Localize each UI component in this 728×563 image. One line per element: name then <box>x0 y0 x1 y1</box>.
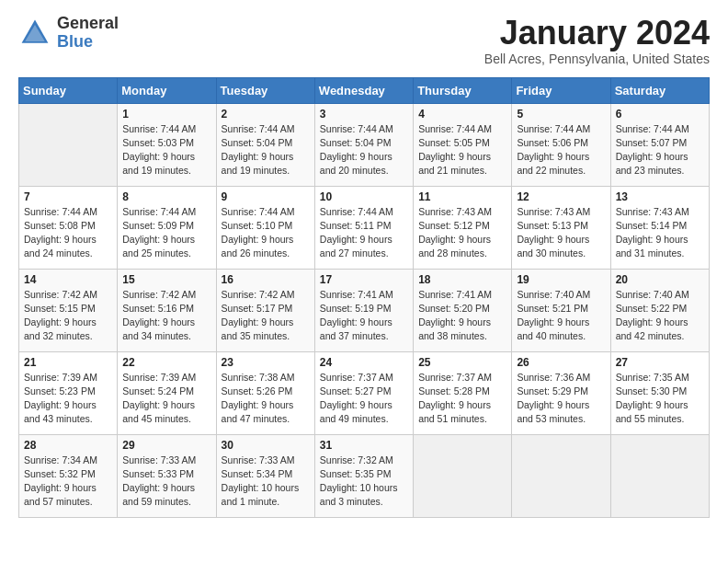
calendar-week-row: 14Sunrise: 7:42 AMSunset: 5:15 PMDayligh… <box>19 269 710 351</box>
logo-text: General Blue <box>57 15 119 52</box>
day-number: 10 <box>320 190 408 203</box>
day-detail: Sunrise: 7:34 AMSunset: 5:32 PMDaylight:… <box>24 454 112 510</box>
day-detail: Sunrise: 7:37 AMSunset: 5:28 PMDaylight:… <box>418 371 506 427</box>
day-detail: Sunrise: 7:32 AMSunset: 5:35 PMDaylight:… <box>320 454 408 510</box>
day-detail: Sunrise: 7:44 AMSunset: 5:10 PMDaylight:… <box>222 205 310 261</box>
day-detail: Sunrise: 7:42 AMSunset: 5:15 PMDaylight:… <box>24 288 112 344</box>
calendar-cell: 20Sunrise: 7:40 AMSunset: 5:22 PMDayligh… <box>610 269 709 351</box>
day-number: 24 <box>320 356 408 369</box>
day-detail: Sunrise: 7:39 AMSunset: 5:24 PMDaylight:… <box>122 371 210 427</box>
calendar-cell: 7Sunrise: 7:44 AMSunset: 5:08 PMDaylight… <box>19 186 118 269</box>
calendar-cell: 10Sunrise: 7:44 AMSunset: 5:11 PMDayligh… <box>314 186 413 269</box>
day-detail: Sunrise: 7:44 AMSunset: 5:11 PMDaylight:… <box>320 205 408 261</box>
calendar-cell: 3Sunrise: 7:44 AMSunset: 5:04 PMDaylight… <box>314 103 413 186</box>
day-detail: Sunrise: 7:35 AMSunset: 5:30 PMDaylight:… <box>616 371 704 427</box>
title-block: January 2024 Bell Acres, Pennsylvania, U… <box>484 15 710 66</box>
calendar-table: SundayMondayTuesdayWednesdayThursdayFrid… <box>18 77 710 518</box>
calendar-cell: 26Sunrise: 7:36 AMSunset: 5:29 PMDayligh… <box>512 351 610 434</box>
day-number: 15 <box>122 273 210 286</box>
page-header: General Blue January 2024 Bell Acres, Pe… <box>18 15 710 66</box>
calendar-cell: 2Sunrise: 7:44 AMSunset: 5:04 PMDaylight… <box>216 103 314 186</box>
calendar-week-row: 21Sunrise: 7:39 AMSunset: 5:23 PMDayligh… <box>19 351 710 434</box>
day-number: 20 <box>616 273 704 286</box>
day-detail: Sunrise: 7:43 AMSunset: 5:12 PMDaylight:… <box>418 205 506 261</box>
day-detail: Sunrise: 7:37 AMSunset: 5:27 PMDaylight:… <box>320 371 408 427</box>
calendar-cell: 30Sunrise: 7:33 AMSunset: 5:34 PMDayligh… <box>216 434 314 517</box>
calendar-cell: 29Sunrise: 7:33 AMSunset: 5:33 PMDayligh… <box>118 434 216 517</box>
logo-blue-label: Blue <box>57 33 119 52</box>
calendar-cell <box>414 434 512 517</box>
day-number: 13 <box>616 190 704 203</box>
day-detail: Sunrise: 7:33 AMSunset: 5:33 PMDaylight:… <box>122 454 210 510</box>
location-subtitle: Bell Acres, Pennsylvania, United States <box>484 52 710 66</box>
day-detail: Sunrise: 7:36 AMSunset: 5:29 PMDaylight:… <box>517 371 605 427</box>
logo-general-label: General <box>57 15 119 33</box>
calendar-cell: 15Sunrise: 7:42 AMSunset: 5:16 PMDayligh… <box>118 269 216 351</box>
day-number: 21 <box>24 356 112 369</box>
calendar-cell: 19Sunrise: 7:40 AMSunset: 5:21 PMDayligh… <box>512 269 610 351</box>
day-detail: Sunrise: 7:44 AMSunset: 5:04 PMDaylight:… <box>222 122 310 178</box>
logo: General Blue <box>18 15 119 52</box>
calendar-cell: 25Sunrise: 7:37 AMSunset: 5:28 PMDayligh… <box>414 351 512 434</box>
day-detail: Sunrise: 7:33 AMSunset: 5:34 PMDaylight:… <box>222 454 310 510</box>
day-detail: Sunrise: 7:40 AMSunset: 5:22 PMDaylight:… <box>616 288 704 344</box>
day-number: 27 <box>616 356 704 369</box>
calendar-cell: 12Sunrise: 7:43 AMSunset: 5:13 PMDayligh… <box>512 186 610 269</box>
calendar-week-row: 28Sunrise: 7:34 AMSunset: 5:32 PMDayligh… <box>19 434 710 517</box>
day-number: 2 <box>222 108 310 121</box>
day-number: 12 <box>517 190 605 203</box>
calendar-cell: 31Sunrise: 7:32 AMSunset: 5:35 PMDayligh… <box>314 434 413 517</box>
day-detail: Sunrise: 7:40 AMSunset: 5:21 PMDaylight:… <box>517 288 605 344</box>
day-detail: Sunrise: 7:44 AMSunset: 5:04 PMDaylight:… <box>320 122 408 178</box>
day-detail: Sunrise: 7:38 AMSunset: 5:26 PMDaylight:… <box>222 371 310 427</box>
day-number: 3 <box>320 108 408 121</box>
day-number: 23 <box>222 356 310 369</box>
calendar-week-row: 1Sunrise: 7:44 AMSunset: 5:03 PMDaylight… <box>19 103 710 186</box>
calendar-cell: 17Sunrise: 7:41 AMSunset: 5:19 PMDayligh… <box>314 269 413 351</box>
weekday-header-thursday: Thursday <box>414 77 512 103</box>
weekday-header-monday: Monday <box>118 77 216 103</box>
day-detail: Sunrise: 7:44 AMSunset: 5:05 PMDaylight:… <box>418 122 506 178</box>
day-number: 31 <box>320 439 408 452</box>
calendar-cell: 13Sunrise: 7:43 AMSunset: 5:14 PMDayligh… <box>610 186 709 269</box>
calendar-cell: 8Sunrise: 7:44 AMSunset: 5:09 PMDaylight… <box>118 186 216 269</box>
day-detail: Sunrise: 7:44 AMSunset: 5:03 PMDaylight:… <box>122 122 210 178</box>
weekday-header-friday: Friday <box>512 77 610 103</box>
day-detail: Sunrise: 7:43 AMSunset: 5:13 PMDaylight:… <box>517 205 605 261</box>
day-number: 25 <box>418 356 506 369</box>
weekday-header-row: SundayMondayTuesdayWednesdayThursdayFrid… <box>19 77 710 103</box>
calendar-cell <box>610 434 709 517</box>
day-number: 26 <box>517 356 605 369</box>
day-number: 19 <box>517 273 605 286</box>
day-number: 29 <box>122 439 210 452</box>
calendar-cell <box>19 103 118 186</box>
day-number: 14 <box>24 273 112 286</box>
day-number: 11 <box>418 190 506 203</box>
day-detail: Sunrise: 7:39 AMSunset: 5:23 PMDaylight:… <box>24 371 112 427</box>
day-number: 22 <box>122 356 210 369</box>
calendar-cell: 5Sunrise: 7:44 AMSunset: 5:06 PMDaylight… <box>512 103 610 186</box>
day-number: 28 <box>24 439 112 452</box>
calendar-cell: 21Sunrise: 7:39 AMSunset: 5:23 PMDayligh… <box>19 351 118 434</box>
day-number: 7 <box>24 190 112 203</box>
day-number: 30 <box>222 439 310 452</box>
calendar-cell <box>512 434 610 517</box>
day-detail: Sunrise: 7:44 AMSunset: 5:07 PMDaylight:… <box>616 122 704 178</box>
day-detail: Sunrise: 7:42 AMSunset: 5:17 PMDaylight:… <box>222 288 310 344</box>
day-number: 5 <box>517 108 605 121</box>
calendar-cell: 4Sunrise: 7:44 AMSunset: 5:05 PMDaylight… <box>414 103 512 186</box>
logo-icon <box>18 17 51 50</box>
day-number: 8 <box>122 190 210 203</box>
calendar-cell: 1Sunrise: 7:44 AMSunset: 5:03 PMDaylight… <box>118 103 216 186</box>
calendar-cell: 14Sunrise: 7:42 AMSunset: 5:15 PMDayligh… <box>19 269 118 351</box>
day-detail: Sunrise: 7:42 AMSunset: 5:16 PMDaylight:… <box>122 288 210 344</box>
month-year-title: January 2024 <box>484 15 710 52</box>
weekday-header-saturday: Saturday <box>610 77 709 103</box>
calendar-week-row: 7Sunrise: 7:44 AMSunset: 5:08 PMDaylight… <box>19 186 710 269</box>
weekday-header-tuesday: Tuesday <box>216 77 314 103</box>
calendar-cell: 18Sunrise: 7:41 AMSunset: 5:20 PMDayligh… <box>414 269 512 351</box>
calendar-cell: 24Sunrise: 7:37 AMSunset: 5:27 PMDayligh… <box>314 351 413 434</box>
day-number: 9 <box>222 190 310 203</box>
day-detail: Sunrise: 7:43 AMSunset: 5:14 PMDaylight:… <box>616 205 704 261</box>
day-detail: Sunrise: 7:44 AMSunset: 5:08 PMDaylight:… <box>24 205 112 261</box>
